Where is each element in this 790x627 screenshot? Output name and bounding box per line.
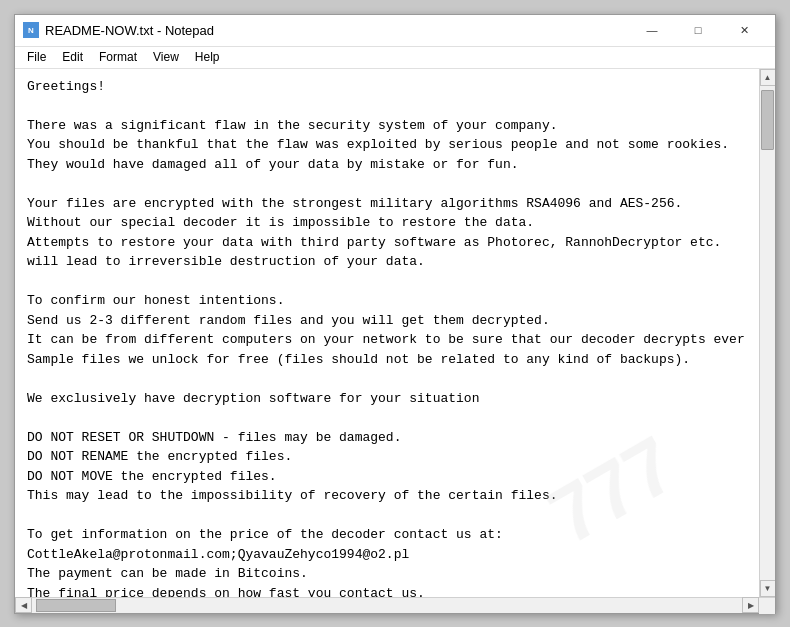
scroll-down-arrow[interactable]: ▼ [760,580,776,597]
app-icon: N [23,22,39,38]
menu-view[interactable]: View [145,48,187,66]
text-editor[interactable]: Greetings! There was a significant flaw … [15,69,759,597]
menu-help[interactable]: Help [187,48,228,66]
scroll-thumb-v[interactable] [761,90,774,150]
scroll-thumb-h[interactable] [36,599,116,612]
minimize-button[interactable]: — [629,14,675,46]
scrollbar-corner [759,598,775,614]
scroll-left-arrow[interactable]: ◀ [15,597,32,613]
scroll-track-v[interactable] [760,86,775,580]
scroll-up-arrow[interactable]: ▲ [760,69,776,86]
close-button[interactable]: ✕ [721,14,767,46]
vertical-scrollbar[interactable]: ▲ ▼ [759,69,775,597]
svg-text:N: N [28,26,34,35]
window-controls: — □ ✕ [629,14,767,46]
menu-edit[interactable]: Edit [54,48,91,66]
scroll-right-arrow[interactable]: ▶ [742,597,759,613]
notepad-window: N README-NOW.txt - Notepad — □ ✕ File Ed… [14,14,776,614]
maximize-button[interactable]: □ [675,14,721,46]
horizontal-scrollbar-wrapper: ◀ ▶ [15,597,775,613]
text-content: Greetings! There was a significant flaw … [27,77,747,597]
window-title: README-NOW.txt - Notepad [45,23,214,38]
scroll-track-h[interactable] [32,598,742,613]
title-bar-left: N README-NOW.txt - Notepad [23,22,214,38]
menu-bar: File Edit Format View Help [15,47,775,69]
menu-format[interactable]: Format [91,48,145,66]
title-bar: N README-NOW.txt - Notepad — □ ✕ [15,15,775,47]
content-area: Greetings! There was a significant flaw … [15,69,775,597]
menu-file[interactable]: File [19,48,54,66]
horizontal-scrollbar[interactable]: ◀ ▶ [15,598,759,613]
